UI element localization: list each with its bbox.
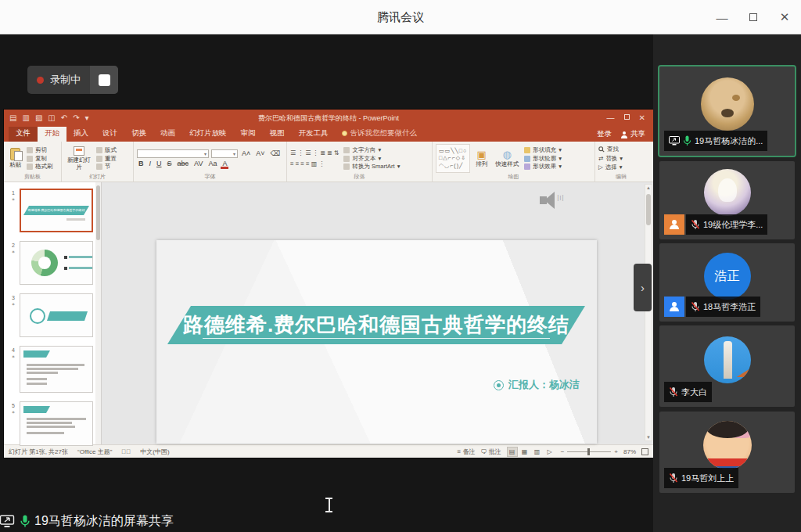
signin-button[interactable]: 登录 [597, 129, 612, 139]
save-icon[interactable]: ▤ [9, 114, 16, 122]
presenter-line[interactable]: 汇报人：杨冰洁 [494, 378, 580, 392]
ppt-maximize-button[interactable] [624, 114, 630, 120]
slide-thumbnail-4[interactable] [20, 346, 93, 393]
shape-effects-button[interactable]: 形状效果 ▾ [524, 163, 562, 170]
font-size-combobox[interactable]: ▾ [211, 149, 238, 158]
font-color-button[interactable]: A [221, 160, 228, 167]
reading-view-button[interactable]: ▥ [532, 447, 543, 457]
print-icon[interactable]: ◫ [48, 114, 55, 122]
cut-button[interactable]: 剪切 [27, 146, 53, 153]
shapes-gallery[interactable]: ▭▭╲╲□○ □△⌐⌐◇⇩ ◠◡⌐()╱ [436, 144, 470, 173]
italic-button[interactable]: I [148, 160, 153, 167]
slide-thumbnail-2[interactable] [20, 241, 93, 285]
open-icon[interactable]: ▥ [22, 114, 29, 122]
shape-fill-button[interactable]: 形状填充 ▾ [524, 146, 562, 153]
paste-button[interactable]: 粘贴 [7, 144, 23, 173]
zoom-out-button[interactable]: − [561, 448, 565, 455]
list-and-indent-icons[interactable]: ☰⋮☰⋮≣≣⇅ [290, 149, 340, 157]
convert-smartart-button[interactable]: 转换为 SmartArt ▾ [343, 163, 400, 170]
bold-button[interactable]: B [137, 160, 145, 167]
new-slide-button[interactable]: 新建幻灯片 [65, 144, 93, 173]
participant-tile-1[interactable]: 19马哲杨冰洁的... [659, 66, 795, 156]
zoom-percentage[interactable]: 87% [623, 448, 636, 455]
minimize-button[interactable]: — [712, 7, 732, 27]
tab-slideshow[interactable]: 幻灯片放映 [182, 126, 234, 142]
tell-me-box[interactable]: 告诉我您想要做什么 [336, 126, 424, 142]
replace-button[interactable]: ⇄替换 ▾ [598, 155, 623, 162]
alignment-icons[interactable]: ≡≡≡≡▥⋮ [290, 160, 340, 168]
qat-customize-icon[interactable]: ▾ [85, 114, 89, 122]
tab-insert[interactable]: 插入 [66, 126, 95, 142]
tab-transitions[interactable]: 切换 [124, 126, 153, 142]
current-slide[interactable]: 路德维希.费尔巴哈和德国古典哲学的终结 汇报人：杨冰洁 [156, 240, 597, 444]
shape-outline-button[interactable]: 形状轮廓 ▾ [524, 155, 562, 162]
tab-home[interactable]: 开始 [38, 126, 66, 142]
participant-tile-3[interactable]: 浩正 18马哲李浩正 [659, 243, 795, 322]
char-spacing-button[interactable]: AV [192, 160, 204, 167]
zoom-slider[interactable] [567, 451, 611, 452]
participant-tile-4[interactable]: 李大白 [659, 325, 795, 407]
normal-view-button[interactable]: ▤ [507, 447, 518, 457]
section-button[interactable]: 节 [96, 163, 117, 170]
change-case-button[interactable]: Aa [207, 160, 218, 167]
arrange-button[interactable]: ▣ 排列 [473, 144, 490, 173]
maximize-button[interactable] [743, 7, 763, 27]
grow-font-button[interactable]: A˄ [240, 150, 252, 157]
notes-button[interactable]: ≡ 备注 [458, 448, 476, 456]
underline-button[interactable]: U [155, 160, 163, 167]
align-text-button[interactable]: 对齐文本 ▾ [343, 155, 400, 162]
thumbnail-scrollbar[interactable] [95, 182, 101, 444]
shadow-button[interactable]: abc [176, 160, 191, 167]
close-button[interactable]: ✕ [774, 7, 795, 27]
select-button[interactable]: ▷选择 ▾ [598, 164, 623, 171]
find-button[interactable]: 查找 [598, 146, 623, 153]
tab-file[interactable]: 文件 [9, 126, 38, 142]
new-icon[interactable]: ▧ [35, 114, 42, 122]
ppt-minimize-button[interactable]: — [607, 114, 615, 122]
audio-speaker-icon[interactable]: 〣 [540, 190, 563, 210]
slide-thumbnail-1[interactable]: 路德维希.费尔巴哈和德国古典哲学的终结 [20, 189, 93, 232]
slideshow-button[interactable]: ▷ [544, 447, 555, 457]
slide-title-banner[interactable]: 路德维希.费尔巴哈和德国古典哲学的终结 [167, 306, 585, 344]
undo-icon[interactable]: ↶ [61, 114, 67, 122]
slide-thumbnail-3[interactable] [20, 293, 93, 337]
language-indicator[interactable]: 中文(中国) [140, 448, 169, 456]
scroll-down-icon[interactable]: ▼ [645, 435, 652, 440]
quick-styles-button[interactable]: ◍ 快速样式 [493, 144, 521, 173]
tab-review[interactable]: 审阅 [234, 126, 263, 142]
tab-developer[interactable]: 开发工具 [292, 126, 336, 142]
canvas-scrollbar[interactable]: ▲ ▼ [645, 184, 652, 441]
clear-formatting-button[interactable]: ⌫ [269, 150, 282, 157]
layout-button[interactable]: 版式 [96, 146, 117, 153]
participant-tile-2[interactable]: 19级伦理学李... [659, 161, 795, 239]
font-name-combobox[interactable]: ▾ [137, 149, 209, 158]
spellcheck-icon[interactable]: ✓⃞ [121, 448, 131, 455]
reset-button[interactable]: 重置 [96, 155, 117, 162]
text-direction-button[interactable]: 文字方向 ▾ [343, 146, 400, 153]
participant-tile-5[interactable]: 19马哲刘上上 [659, 412, 795, 493]
theme-name: “Office 主题” [77, 448, 112, 456]
tab-design[interactable]: 设计 [95, 126, 124, 142]
slide-sorter-view-button[interactable]: ▦ [519, 447, 530, 457]
redo-icon[interactable]: ↷ [73, 114, 79, 122]
zoom-slider-thumb[interactable] [587, 448, 590, 455]
scrollbar-thumb[interactable] [646, 194, 651, 225]
fit-to-window-button[interactable] [641, 448, 648, 455]
donut-chart-graphic [31, 250, 58, 276]
thumbnail-row: 5 ✶ [7, 401, 99, 446]
scroll-up-icon[interactable]: ▲ [645, 185, 652, 190]
format-painter-button[interactable]: 格式刷 [27, 163, 53, 170]
shrink-font-button[interactable]: A˅ [254, 150, 266, 157]
ppt-close-button[interactable]: ✕ [639, 114, 645, 122]
zoom-in-button[interactable]: + [614, 448, 618, 455]
thumbnail-meta: 1 ✶ [7, 189, 20, 232]
tab-view[interactable]: 视图 [263, 126, 292, 142]
stop-recording-button[interactable] [90, 66, 118, 94]
share-button[interactable]: 共享 [621, 129, 645, 139]
tab-animations[interactable]: 动画 [153, 126, 182, 142]
strikethrough-button[interactable]: S [166, 160, 174, 167]
slide-thumbnail-5[interactable] [20, 401, 93, 446]
comments-button[interactable]: 🗨 批注 [480, 448, 501, 456]
copy-button[interactable]: 复制 [27, 155, 53, 162]
collapse-panel-button[interactable]: › [634, 264, 652, 311]
